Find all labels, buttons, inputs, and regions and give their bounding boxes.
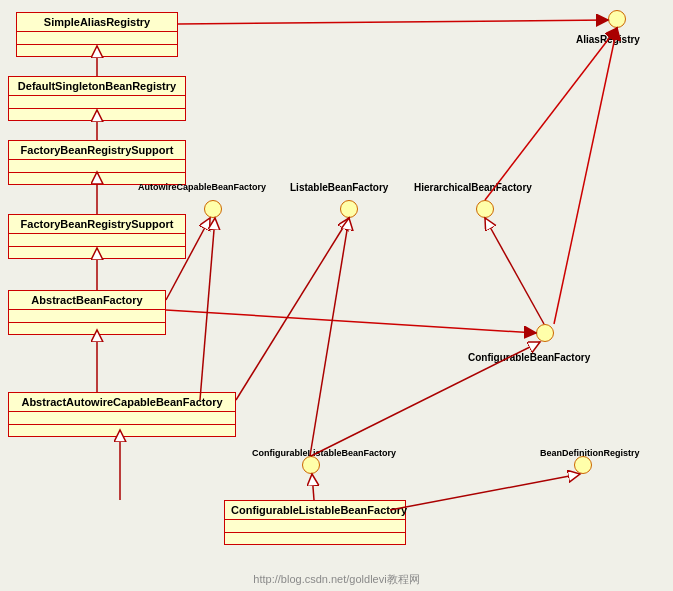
class-simple-alias-registry: SimpleAliasRegistry bbox=[16, 12, 178, 57]
class-name-default-singleton: DefaultSingletonBeanRegistry bbox=[9, 77, 185, 96]
class-name-factory-bean-2: FactoryBeanRegistrySupport bbox=[9, 215, 185, 234]
svg-line-14 bbox=[310, 218, 349, 456]
circle-hierarchical bbox=[476, 200, 494, 218]
class-body-7 bbox=[9, 234, 185, 246]
circle-listable bbox=[340, 200, 358, 218]
svg-line-17 bbox=[554, 28, 617, 324]
svg-line-8 bbox=[166, 310, 536, 333]
class-factory-bean-registry-support-1: FactoryBeanRegistrySupport bbox=[8, 140, 186, 185]
circle-configurable-bean-factory bbox=[536, 324, 554, 342]
class-abstract-autowire: AbstractAutowireCapableBeanFactory bbox=[8, 392, 236, 437]
class-body-3 bbox=[9, 96, 185, 108]
svg-line-11 bbox=[312, 474, 314, 500]
class-abstract-bean-factory: AbstractBeanFactory bbox=[8, 290, 166, 335]
class-body-1 bbox=[17, 32, 177, 44]
class-body-4 bbox=[9, 108, 185, 120]
label-alias-registry: AliasRegistry bbox=[576, 34, 640, 45]
class-name-abstract-autowire: AbstractAutowireCapableBeanFactory bbox=[9, 393, 235, 412]
label-configurable-listable: ConfigurableListableBeanFactory bbox=[252, 448, 396, 458]
class-body-11 bbox=[9, 412, 235, 424]
class-name-default-listable: ConfigurableListableBeanFactory bbox=[225, 501, 405, 520]
diagram-container: SimpleAliasRegistry DefaultSingletonBean… bbox=[0, 0, 673, 591]
class-body-13 bbox=[225, 520, 405, 532]
class-body-12 bbox=[9, 424, 235, 436]
class-body-8 bbox=[9, 246, 185, 258]
circle-autowire bbox=[204, 200, 222, 218]
label-configurable-bean-factory: ConfigurableBeanFactory bbox=[468, 352, 590, 363]
class-body-2 bbox=[17, 44, 177, 56]
circle-alias-registry bbox=[608, 10, 626, 28]
svg-line-9 bbox=[200, 218, 215, 400]
circle-bean-definition-registry bbox=[574, 456, 592, 474]
svg-line-16 bbox=[485, 28, 617, 200]
class-name-factory-bean-1: FactoryBeanRegistrySupport bbox=[9, 141, 185, 160]
svg-line-10 bbox=[236, 218, 349, 400]
label-hierarchical-bean-factory: HierarchicalBeanFactory bbox=[414, 182, 532, 193]
label-bean-definition-registry: BeanDefinitionRegistry bbox=[540, 448, 640, 458]
class-default-listable: ConfigurableListableBeanFactory bbox=[224, 500, 406, 545]
svg-line-15 bbox=[485, 218, 544, 324]
class-name-abstract-bean-factory: AbstractBeanFactory bbox=[9, 291, 165, 310]
class-name-simple-alias-registry: SimpleAliasRegistry bbox=[17, 13, 177, 32]
class-body-14 bbox=[225, 532, 405, 544]
svg-line-0 bbox=[178, 20, 608, 24]
watermark: http://blog.csdn.net/goldlevi教程网 bbox=[253, 572, 419, 587]
class-body-10 bbox=[9, 322, 165, 334]
class-body-5 bbox=[9, 160, 185, 172]
class-body-9 bbox=[9, 310, 165, 322]
circle-configurable-listable bbox=[302, 456, 320, 474]
label-listable-bean-factory: ListableBeanFactory bbox=[290, 182, 388, 193]
class-factory-bean-registry-support-2: FactoryBeanRegistrySupport bbox=[8, 214, 186, 259]
svg-line-12 bbox=[390, 474, 580, 510]
class-default-singleton-bean-registry: DefaultSingletonBeanRegistry bbox=[8, 76, 186, 121]
label-autowire-capable: AutowireCapableBeanFactory bbox=[138, 182, 266, 192]
